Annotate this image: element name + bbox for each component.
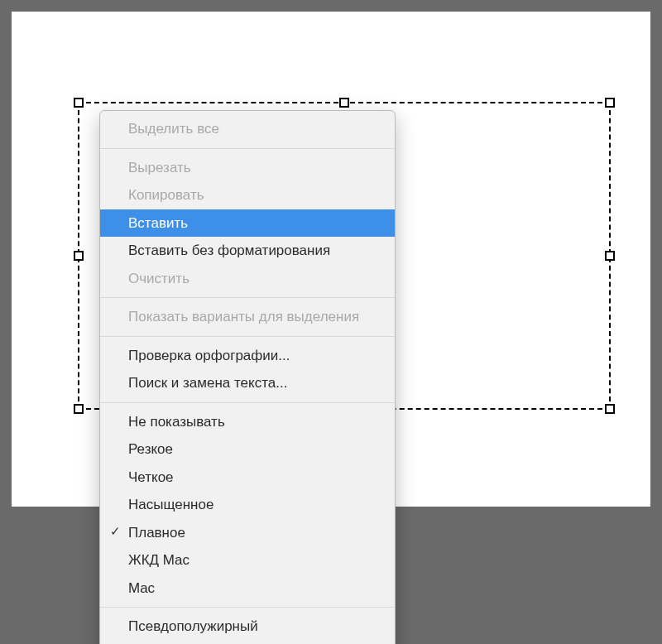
menu-separator — [100, 148, 395, 149]
menu-separator — [100, 607, 395, 608]
menu-item: Показать варианты для выделения — [100, 303, 395, 331]
selection-handle-middle-right[interactable] — [605, 251, 615, 261]
context-menu: Выделить всеВырезатьКопироватьВставитьВс… — [99, 110, 396, 644]
menu-item-label: Очистить — [128, 271, 189, 286]
menu-item[interactable]: Псевдокурсивный — [100, 641, 395, 645]
checkmark-icon: ✓ — [110, 522, 121, 541]
selection-handle-top-center[interactable] — [339, 98, 349, 108]
menu-item-label: Резкое — [128, 441, 173, 457]
menu-item-label: Выделить все — [128, 121, 219, 137]
selection-handle-top-right[interactable] — [605, 98, 615, 108]
menu-item-label: Mac — [128, 580, 155, 596]
selection-handle-middle-left[interactable] — [74, 251, 84, 261]
menu-item-label: Плавное — [128, 525, 185, 541]
menu-separator — [100, 336, 395, 337]
menu-separator — [100, 402, 395, 403]
menu-item-label: Показать варианты для выделения — [128, 309, 359, 324]
selection-handle-bottom-left[interactable] — [74, 404, 84, 414]
menu-item[interactable]: Псевдополужирный — [100, 613, 395, 641]
menu-item-label: Проверка орфографии... — [128, 348, 290, 363]
menu-item[interactable]: Четкое — [100, 464, 395, 492]
menu-item[interactable]: Поиск и замена текста... — [100, 369, 395, 397]
menu-item-label: Вставить без форматирования — [128, 243, 330, 258]
menu-item[interactable]: Насыщенное — [100, 491, 395, 519]
menu-item-label: Не показывать — [128, 414, 225, 430]
menu-separator — [100, 297, 395, 298]
menu-item[interactable]: ✓Плавное — [100, 519, 395, 547]
menu-item-label: Четкое — [128, 469, 174, 485]
menu-item: Вырезать — [100, 154, 395, 182]
selection-handle-top-left[interactable] — [74, 98, 84, 108]
menu-item[interactable]: Не показывать — [100, 408, 395, 436]
menu-item-label: Насыщенное — [128, 497, 213, 512]
menu-item-label: ЖКД Mac — [128, 552, 189, 568]
menu-item: Выделить все — [100, 115, 395, 143]
menu-item[interactable]: Вставить — [100, 209, 395, 238]
menu-item[interactable]: Резкое — [100, 435, 395, 464]
menu-item: Копировать — [100, 181, 395, 209]
menu-item-label: Поиск и замена текста... — [128, 375, 287, 391]
menu-item: Очистить — [100, 265, 395, 293]
menu-item[interactable]: Mac — [100, 574, 395, 603]
menu-item[interactable]: Вставить без форматирования — [100, 237, 395, 265]
menu-item-label: Копировать — [128, 187, 204, 203]
menu-item-label: Вставить — [128, 215, 188, 231]
menu-item[interactable]: Проверка орфографии... — [100, 342, 395, 370]
menu-item[interactable]: ЖКД Mac — [100, 546, 395, 574]
selection-handle-bottom-right[interactable] — [605, 404, 615, 414]
menu-item-label: Псевдополужирный — [128, 618, 258, 634]
menu-item-label: Вырезать — [128, 160, 191, 175]
